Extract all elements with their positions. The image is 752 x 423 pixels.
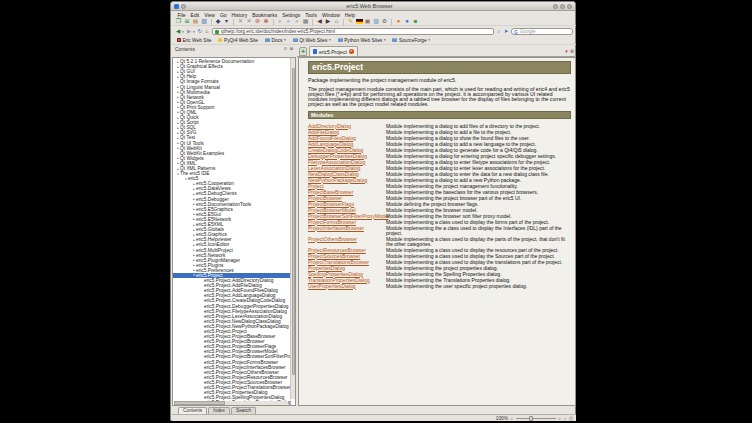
maximize-button[interactable] xyxy=(560,4,565,9)
tab-menu-icon[interactable]: ≣ xyxy=(570,49,574,54)
home-button[interactable]: ⌂ xyxy=(204,28,210,35)
close-window-icon[interactable]: ✕ xyxy=(246,18,253,25)
edit-icon[interactable]: ✎ xyxy=(347,18,354,25)
tree-vertical-scrollbar[interactable] xyxy=(290,58,295,399)
stop-load-icon[interactable]: ⊘ xyxy=(254,18,261,25)
zoom-out-icon[interactable]: ⌕ xyxy=(511,416,514,421)
sidebar-tab-search[interactable]: Search xyxy=(231,407,256,414)
search-engine-button[interactable]: ⌕ xyxy=(496,28,502,35)
go-button[interactable]: ➤ xyxy=(503,28,509,35)
zoom-in-icon[interactable]: ⌕ xyxy=(558,416,561,421)
package-summary: Package implementing the project managem… xyxy=(308,78,571,83)
dock-close-button[interactable]: ⊠ xyxy=(289,46,294,51)
module-link[interactable]: NewPythonPackageDialog xyxy=(308,178,386,183)
bookmarks-menu-icon[interactable]: ▾ xyxy=(223,18,230,25)
module-link[interactable]: ProjectTranslationsBrowser xyxy=(308,260,386,265)
sidebar-tab-bar: ContentsIndexSearch xyxy=(172,406,297,414)
zoom-reset-icon[interactable]: ⌕ xyxy=(564,416,567,421)
tree-horizontal-scrollbar[interactable] xyxy=(174,401,288,405)
module-link[interactable]: ProjectSourcesBrowser xyxy=(308,254,386,259)
back-dropdown[interactable]: ▾ xyxy=(182,30,185,34)
module-link[interactable]: AddDirectoryDialog xyxy=(308,124,386,129)
feeds-icon[interactable]: ▥ xyxy=(373,18,380,25)
sidebar-tab-contents[interactable]: Contents xyxy=(178,407,207,414)
clipboard-icon[interactable]: ▣ xyxy=(364,18,371,25)
module-link[interactable]: ProjectBrowserModel xyxy=(308,208,386,213)
module-link[interactable]: ProjectBrowserFlags xyxy=(308,202,386,207)
module-link[interactable]: TranslationPropertiesDialog xyxy=(308,278,386,283)
bookmark-sourceforge[interactable]: SourceForge▾ xyxy=(392,38,430,43)
bookmark-qt-web-sites[interactable]: Qt Web Sites▾ xyxy=(293,38,331,43)
zoom-in-icon[interactable]: ⌕ xyxy=(277,18,284,25)
preferences-gear-icon[interactable]: ⚙ xyxy=(381,18,388,25)
back-button[interactable]: ◀ xyxy=(175,28,181,35)
module-link[interactable]: LexerAssociationDialog xyxy=(308,166,386,171)
back-history-icon[interactable]: ◀ xyxy=(316,18,323,25)
module-link[interactable]: DebuggerPropertiesDialog xyxy=(308,154,386,159)
print-icon[interactable]: ⎙ xyxy=(569,416,573,421)
module-link[interactable]: ProjectBaseBrowser xyxy=(308,190,386,195)
stop-all-icon[interactable]: ⊗ xyxy=(263,18,270,25)
reload-button[interactable]: ↻ xyxy=(197,28,203,35)
new-tab-icon[interactable]: ⊞ xyxy=(184,18,191,25)
module-row: ProjectTranslationsBrowserModule impleme… xyxy=(308,260,571,265)
module-link[interactable]: ProjectBrowserSortFilterProxyModel xyxy=(308,214,386,219)
home-icon[interactable]: ⌂ xyxy=(333,18,340,25)
fullscreen-icon[interactable]: ▦ xyxy=(302,18,309,25)
save-file-icon[interactable]: ▥ xyxy=(201,18,208,25)
bookmark-label: PyQt4 Web Site xyxy=(224,38,258,43)
close-tab-icon[interactable]: ✕ xyxy=(237,18,244,25)
tab-eric5-project[interactable]: eric5.Project ✕ xyxy=(309,46,358,56)
forward-button[interactable]: ▶ xyxy=(186,28,192,35)
module-link[interactable]: CreateDialogCodeDialog xyxy=(308,148,386,153)
window-titlebar[interactable]: eric5 Web Browser xyxy=(171,2,575,11)
module-link[interactable]: AddLanguageDialog xyxy=(308,142,386,147)
tree-hscroll-handle[interactable] xyxy=(174,401,225,405)
zoom-slider[interactable] xyxy=(516,418,556,419)
tab-close-icon[interactable]: ✕ xyxy=(349,49,354,54)
module-link[interactable]: PropertiesDialog xyxy=(308,266,386,271)
module-link[interactable]: ProjectFormsBrowser xyxy=(308,220,386,225)
module-description: Module implementing a class used to disp… xyxy=(386,237,571,247)
module-link[interactable]: ProjectResourcesBrowser xyxy=(308,248,386,253)
module-link[interactable]: ProjectBrowser xyxy=(308,196,386,201)
bookmark-python-web-sites[interactable]: Python Web Sites▾ xyxy=(338,38,386,43)
dock-float-button[interactable]: ⊡ xyxy=(283,46,288,51)
module-link[interactable]: SpellingPropertiesDialog xyxy=(308,272,386,277)
help-contents-icon[interactable]: ● xyxy=(404,18,411,25)
toolbar-separator xyxy=(273,19,274,25)
url-input[interactable]: qthelp://org.eric.ide/doc/index/index-er… xyxy=(212,28,494,35)
forward-history-icon[interactable]: ▶ xyxy=(325,18,332,25)
module-link[interactable]: ProjectOthersBrowser xyxy=(308,237,386,247)
zoom-slider-handle[interactable] xyxy=(529,416,533,421)
module-link[interactable]: AddFoundFilesDialog xyxy=(308,136,386,141)
open-file-icon[interactable]: ▤ xyxy=(192,18,199,25)
nav-icons-slot: ◀▾▶▾↻⌂ xyxy=(175,28,210,35)
python-docs-icon[interactable]: ■ xyxy=(412,18,419,25)
window-menu-button[interactable] xyxy=(181,4,186,9)
sidebar-tab-index[interactable]: Index xyxy=(208,407,230,414)
zoom-out-icon[interactable]: ⌕ xyxy=(285,18,292,25)
module-link[interactable]: UserPropertiesDialog xyxy=(308,284,386,289)
close-button[interactable] xyxy=(567,4,572,9)
bookmark-pyqt4-web-site[interactable]: PyQt4 Web Site xyxy=(218,38,258,43)
bookmark-docs[interactable]: Docs▾ xyxy=(265,38,286,43)
module-link[interactable]: NewDialogClassDialog xyxy=(308,172,386,177)
minimize-button[interactable] xyxy=(553,4,558,9)
tab-list-dropdown-icon[interactable]: ▾ xyxy=(565,49,568,54)
new-tab-button[interactable]: + xyxy=(299,47,307,56)
new-window-icon[interactable]: ❐ xyxy=(175,18,182,25)
search-input[interactable]: G Google xyxy=(511,28,573,35)
module-link[interactable]: ProjectInterfacesBrowser xyxy=(308,226,386,236)
tree-vscroll-handle[interactable] xyxy=(292,68,295,375)
module-link[interactable]: AddFileDialog xyxy=(308,130,386,135)
document-pane[interactable]: eric5.Project Package implementing the p… xyxy=(298,57,576,406)
forward-dropdown[interactable]: ▾ xyxy=(193,30,196,34)
zoom-reset-icon[interactable]: ⌕ xyxy=(294,18,301,25)
bookmark-eric-web-site[interactable]: eEric Web Site xyxy=(177,38,211,43)
eric-home-icon[interactable]: ● xyxy=(395,18,402,25)
module-link[interactable]: FiletypeAssociationDialog xyxy=(308,160,386,165)
language-de-flag-icon[interactable] xyxy=(356,19,363,24)
module-link[interactable]: Project xyxy=(308,184,386,189)
bookmark-add-icon[interactable]: ◆ xyxy=(215,18,222,25)
